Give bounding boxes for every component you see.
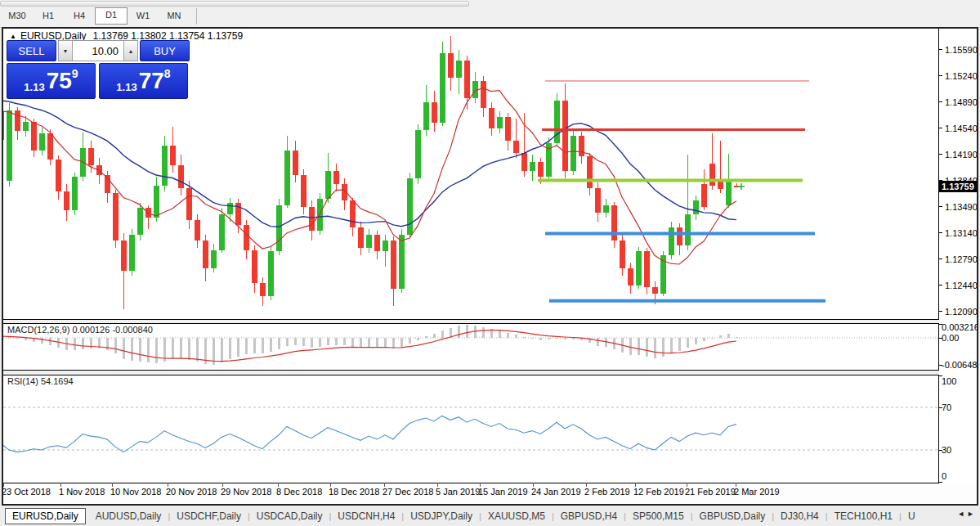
candle-body: [374, 235, 380, 251]
macd-histogram-bar: [678, 338, 681, 351]
candle-body: [154, 186, 159, 218]
buy-price-sup: 8: [164, 64, 171, 80]
macd-histogram-bar: [8, 337, 11, 338]
price-axis-label: 1.14890: [945, 97, 978, 107]
macd-histogram-bar: [384, 338, 387, 348]
macd-axis-label: 0.00: [942, 333, 959, 343]
volume-decrease-button[interactable]: ▼: [58, 40, 73, 61]
rsi-panel[interactable]: [3, 375, 939, 483]
macd-histogram-bar: [564, 338, 566, 339]
symbol-tab-u[interactable]: U: [902, 509, 922, 524]
macd-histogram-bar: [605, 338, 607, 347]
time-axis-label: 27 Dec 2018: [383, 487, 433, 497]
candle-body: [652, 287, 658, 293]
symbol-tab-usdcad-daily[interactable]: USDCAD,Daily: [250, 509, 329, 524]
macd-histogram-bar: [311, 338, 313, 348]
time-axis-label: 8 Dec 2018: [276, 487, 322, 497]
candle-body: [121, 241, 127, 271]
sell-price-display[interactable]: 1.13759: [7, 63, 96, 99]
sell-button[interactable]: SELL: [7, 40, 56, 61]
macd-histogram-bar: [294, 338, 297, 345]
candle-body: [219, 214, 225, 250]
volume-increase-button[interactable]: ▲: [123, 40, 138, 61]
macd-histogram-bar: [466, 325, 468, 338]
macd-histogram-bar: [163, 338, 166, 362]
macd-histogram-bar: [572, 338, 575, 339]
candle-body: [113, 193, 119, 241]
symbol-tab-sp500-m15[interactable]: SP500,M15: [626, 509, 691, 524]
symbol-tab-tech100-h1[interactable]: TECH100,H1: [828, 509, 899, 524]
macd-histogram-bar: [597, 338, 599, 346]
candle-body: [23, 122, 29, 131]
rsi-axis-label: 30: [942, 445, 951, 455]
tab-scroll-left-icon[interactable]: ◄: [957, 510, 967, 518]
sell-price-sup: 9: [72, 64, 78, 80]
macd-histogram-bar: [245, 338, 248, 354]
macd-histogram-bar: [74, 338, 76, 350]
price-axis-label: 1.14190: [945, 150, 978, 160]
time-axis-label: 29 Nov 2018: [221, 487, 271, 497]
candle-body: [56, 160, 61, 191]
candle-body: [252, 250, 257, 283]
tab-scroll-right-icon[interactable]: ►: [967, 510, 977, 518]
timeframe-button-h4[interactable]: H4: [64, 8, 95, 24]
macd-histogram-bar: [114, 338, 117, 353]
symbol-tab-eurusd-daily[interactable]: EURUSD,Daily: [5, 508, 86, 524]
candle-body: [701, 184, 707, 206]
chart-window: 1.155901.152401.148901.145401.141901.138…: [2, 27, 978, 506]
symbol-tab-xauusd-m5[interactable]: XAUUSD,M5: [481, 509, 552, 524]
candle-body: [244, 225, 249, 250]
candle-body: [309, 207, 315, 231]
symbol-tabs: EURUSD,DailyAUDUSD,Daily|USDCHF,Daily|US…: [5, 508, 922, 524]
macd-histogram-bar: [670, 338, 673, 353]
volume-input[interactable]: [73, 40, 123, 61]
macd-histogram-bar: [719, 335, 722, 338]
rsi-axis-label: 70: [942, 402, 951, 412]
symbol-tab-dj30-h4[interactable]: DJ30,H4: [774, 509, 826, 524]
collapse-triangle-icon[interactable]: ▲: [10, 33, 16, 40]
candle-body: [481, 81, 486, 108]
time-axis-label: 15 Jan 2019: [478, 487, 528, 497]
candle-body: [211, 250, 217, 268]
macd-histogram-bar: [499, 330, 501, 338]
buy-button[interactable]: BUY: [140, 40, 190, 61]
macd-histogram-bar: [25, 338, 27, 340]
macd-histogram-bar: [106, 338, 109, 350]
macd-histogram-bar: [253, 338, 256, 353]
timeframe-button-m30[interactable]: M30: [2, 8, 33, 24]
symbol-tab-bar: EURUSD,DailyAUDUSD,Daily|USDCHF,Daily|US…: [0, 506, 980, 526]
candle-body: [162, 146, 168, 186]
candle-body: [227, 203, 233, 214]
toolbar-gripper[interactable]: [0, 1, 469, 7]
candle-body: [47, 133, 53, 160]
symbol-tab-gbpusd-daily[interactable]: GBPUSD,Daily: [693, 509, 772, 524]
timeframe-button-w1[interactable]: W1: [128, 8, 159, 24]
macd-histogram-bar: [237, 338, 239, 357]
time-axis-label: 21 Feb 2019: [685, 487, 736, 497]
timeframe-button-d1[interactable]: D1: [95, 7, 128, 25]
symbol-tab-usdcnh-h4[interactable]: USDCNH,H4: [331, 509, 401, 524]
candle-body: [195, 220, 200, 241]
price-axis-label: 1.12090: [945, 307, 978, 317]
timeframe-button-mn[interactable]: MN: [159, 8, 190, 24]
candle-body: [644, 251, 650, 287]
macd-histogram-bar: [180, 338, 182, 358]
timeframe-button-h1[interactable]: H1: [33, 8, 64, 24]
macd-histogram-bar: [401, 338, 403, 347]
candle-body: [31, 122, 37, 151]
macd-histogram-bar: [556, 338, 558, 339]
buy-price-display[interactable]: 1.13778: [99, 63, 188, 99]
candle-body: [178, 165, 184, 187]
macd-histogram-bar: [90, 338, 92, 348]
symbol-tab-gbpusd-h4[interactable]: GBPUSD,H4: [554, 509, 624, 524]
time-axis-label: 1 Nov 2018: [59, 487, 105, 497]
toolbar-separator: [196, 8, 197, 25]
macd-histogram-bar: [278, 338, 280, 349]
trading-terminal: M30H1H4D1W1MN 1.155901.152401.148901.145…: [0, 0, 980, 526]
macd-histogram-bar: [646, 338, 648, 357]
symbol-tab-usdjpy-daily[interactable]: USDJPY,Daily: [404, 509, 479, 524]
symbol-tab-audusd-daily[interactable]: AUDUSD,Daily: [89, 509, 168, 524]
macd-histogram-bar: [221, 338, 223, 362]
candle-body: [521, 153, 527, 171]
symbol-tab-usdchf-daily[interactable]: USDCHF,Daily: [170, 509, 248, 524]
